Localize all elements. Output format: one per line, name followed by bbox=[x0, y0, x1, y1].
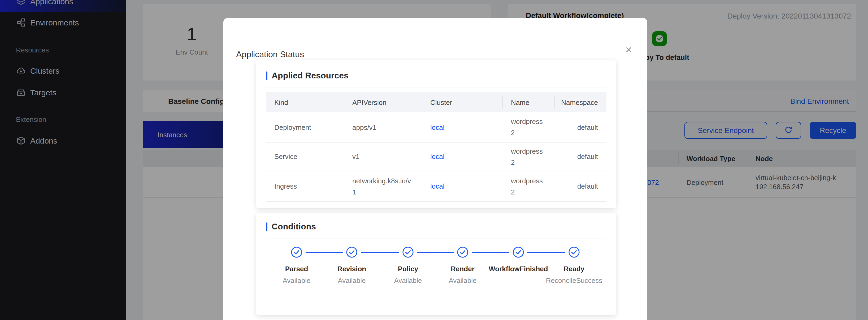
kind-cell: Deployment bbox=[266, 112, 344, 142]
apiversion-cell: v1 bbox=[352, 151, 360, 162]
application-status-modal: Application Status × Applied Resources K… bbox=[223, 18, 647, 320]
apiversion-cell: networking.k8s.io/v1 bbox=[352, 175, 413, 198]
check-circle-icon bbox=[568, 246, 580, 258]
check-circle-icon bbox=[291, 246, 303, 258]
column-header-namespace: Namespace bbox=[554, 92, 607, 112]
close-icon[interactable]: × bbox=[623, 43, 634, 55]
condition-step-ready: Ready ReconcileSuccess bbox=[534, 246, 614, 285]
check-circle-icon bbox=[513, 246, 524, 258]
conditions-timeline: Parsed Available Revision Available Poli… bbox=[256, 213, 616, 315]
applied-resources-title: Applied Resources bbox=[272, 71, 348, 80]
modal-title: Application Status bbox=[236, 45, 304, 59]
cluster-link[interactable]: local bbox=[430, 181, 444, 192]
section-divider bbox=[266, 87, 607, 87]
kind-cell: Service bbox=[266, 143, 344, 171]
namespace-cell: default bbox=[554, 171, 607, 201]
column-header-apiversion: APIVersion bbox=[344, 92, 422, 112]
applied-resources-table-header: Kind APIVersion Cluster Name Namespace bbox=[266, 92, 607, 112]
table-row: Deployment apps/v1 local wordpress 2 def… bbox=[266, 112, 607, 143]
column-header-kind: Kind bbox=[266, 92, 344, 112]
kind-cell: Ingress bbox=[266, 171, 344, 201]
namespace-cell: default bbox=[554, 143, 607, 171]
name-cell: wordpress 2 bbox=[502, 112, 554, 142]
name-cell: wordpress 2 bbox=[502, 171, 554, 201]
conditions-card: Conditions Parsed Available Revision Ava… bbox=[256, 213, 616, 315]
app-root: Applications Environments Resources Clus… bbox=[0, 0, 868, 320]
check-circle-icon bbox=[402, 246, 414, 258]
column-header-name: Name bbox=[502, 92, 554, 112]
applied-resources-table: Kind APIVersion Cluster Name Namespace D… bbox=[266, 92, 607, 202]
name-cell: wordpress 2 bbox=[502, 143, 554, 171]
column-header-cluster: Cluster bbox=[422, 92, 502, 112]
table-row: Service v1 local wordpress 2 default bbox=[266, 143, 607, 171]
check-circle-icon bbox=[346, 246, 358, 258]
apiversion-cell: apps/v1 bbox=[352, 121, 376, 133]
table-row: Ingress networking.k8s.io/v1 local wordp… bbox=[266, 171, 607, 202]
namespace-cell: default bbox=[554, 112, 607, 142]
cluster-link[interactable]: local bbox=[430, 121, 444, 133]
check-circle-icon bbox=[457, 246, 468, 258]
cluster-link[interactable]: local bbox=[430, 151, 444, 162]
section-accent-bar bbox=[266, 72, 268, 80]
applied-resources-card: Applied Resources Kind APIVersion Cluste… bbox=[256, 60, 616, 208]
